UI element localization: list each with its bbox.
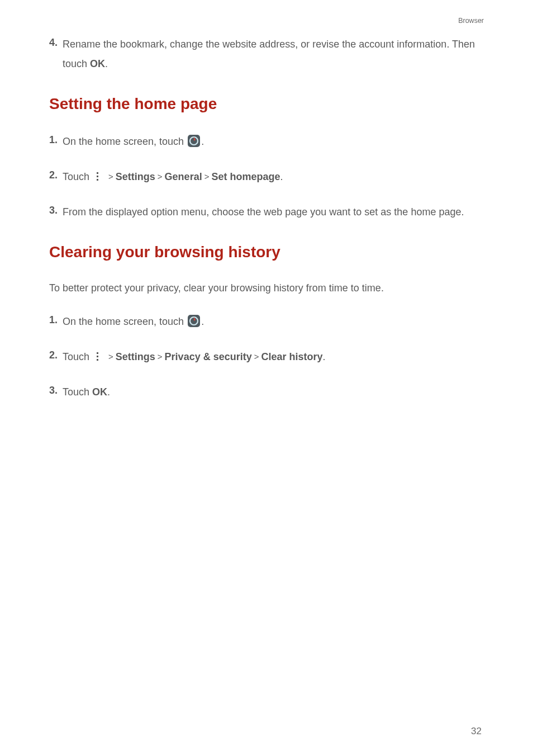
text-part: On the home screen, touch <box>63 316 187 327</box>
prev-step-4: 4. Rename the bookmark, change the websi… <box>49 35 484 74</box>
clear-step-1: 1. On the home screen, touch . <box>49 312 484 334</box>
header-section-label: Browser <box>49 17 484 25</box>
svg-rect-9 <box>97 359 98 361</box>
ok-label: OK <box>92 386 107 398</box>
clear-history-label: Clear history <box>261 351 322 362</box>
chevron-right-icon: > <box>155 348 165 365</box>
svg-rect-8 <box>97 356 98 357</box>
step-number: 2. <box>49 347 63 363</box>
homepage-step-1: 1. On the home screen, touch . <box>49 132 484 154</box>
set-homepage-label: Set homepage <box>211 171 280 182</box>
text-part: Touch <box>63 386 92 398</box>
step-number: 3. <box>49 202 63 219</box>
chevron-right-icon: > <box>155 168 165 185</box>
svg-rect-4 <box>97 179 98 181</box>
period: . <box>201 316 204 327</box>
text-part: Touch <box>63 171 92 182</box>
step-number: 1. <box>49 132 63 148</box>
clear-step-2: 2. Touch >Settings>Privacy & security>Cl… <box>49 347 484 369</box>
svg-rect-3 <box>97 176 98 177</box>
privacy-security-label: Privacy & security <box>165 351 252 362</box>
page-number: 32 <box>471 726 482 737</box>
chevron-right-icon: > <box>106 168 116 185</box>
period: . <box>105 58 108 69</box>
overflow-menu-icon <box>93 169 102 189</box>
clear-history-intro: To better protect your privacy, clear yo… <box>49 280 484 296</box>
text-part: Touch <box>63 351 92 362</box>
settings-label: Settings <box>116 171 155 182</box>
period: . <box>323 351 326 362</box>
settings-label: Settings <box>116 351 155 362</box>
step-text: Touch >Settings>Privacy & security>Clear… <box>63 347 484 369</box>
heading-clearing-history: Clearing your browsing history <box>49 243 484 261</box>
step-text: Rename the bookmark, change the website … <box>63 35 484 74</box>
page-body: Browser 4. Rename the bookmark, change t… <box>0 0 533 403</box>
step-text: Touch >Settings>General>Set homepage. <box>63 167 484 189</box>
period: . <box>280 171 283 182</box>
clear-step-3: 3. Touch OK. <box>49 382 484 402</box>
browser-icon <box>188 314 200 334</box>
browser-icon <box>188 134 200 154</box>
text-part: On the home screen, touch <box>63 136 187 147</box>
heading-setting-home-page: Setting the home page <box>49 95 484 113</box>
ok-label: OK <box>90 58 105 69</box>
step-text: Touch OK. <box>63 382 484 402</box>
period: . <box>107 386 110 398</box>
step-text: On the home screen, touch . <box>63 132 484 154</box>
text-part: Rename the bookmark, change the website … <box>63 39 475 69</box>
homepage-step-2: 2. Touch >Settings>General>Set homepage. <box>49 167 484 189</box>
period: . <box>201 136 204 147</box>
step-number: 4. <box>49 35 63 51</box>
step-number: 2. <box>49 167 63 183</box>
svg-rect-7 <box>97 352 98 354</box>
step-text: On the home screen, touch . <box>63 312 484 334</box>
step-number: 3. <box>49 382 63 399</box>
svg-rect-2 <box>97 172 98 174</box>
step-number: 1. <box>49 312 63 328</box>
general-label: General <box>165 171 202 182</box>
homepage-step-3: 3. From the displayed option menu, choos… <box>49 202 484 222</box>
overflow-menu-icon <box>93 349 102 369</box>
chevron-right-icon: > <box>252 348 261 365</box>
chevron-right-icon: > <box>106 348 116 365</box>
step-text: From the displayed option menu, choose t… <box>63 202 484 222</box>
chevron-right-icon: > <box>202 168 212 185</box>
